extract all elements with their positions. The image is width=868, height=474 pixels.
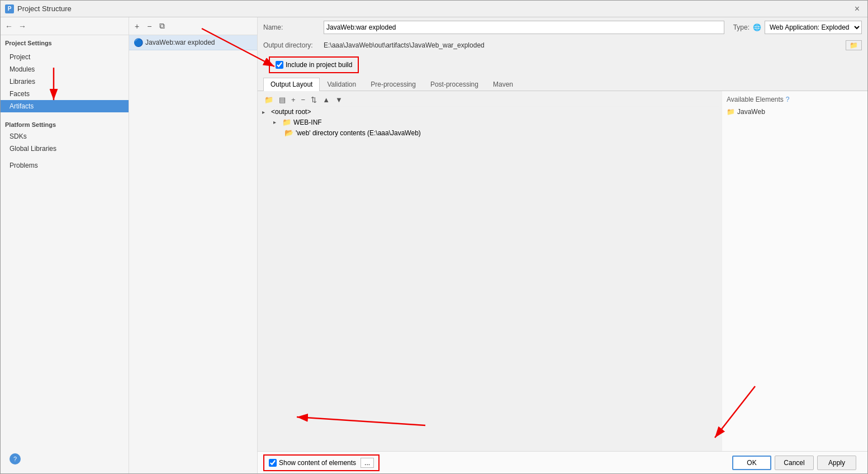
name-label: Name: [263,23,319,31]
type-select[interactable]: Web Application: Exploded [765,21,862,34]
available-folder-icon: 📁 [727,108,735,116]
include-build-wrapper: Include in project build [258,53,867,77]
project-structure-window: P Project Structure × ← → Project Settin… [0,0,868,474]
name-input[interactable] [324,21,724,34]
back-button[interactable]: ← [3,21,15,32]
project-settings-section: Project Modules Libraries Facets Artifac… [1,51,129,112]
title-bar: P Project Structure × [1,1,867,17]
apply-button[interactable]: Apply [817,456,856,470]
dots-button[interactable]: ... [361,458,374,468]
sidebar-nav-bar: ← → [1,17,129,35]
include-build-checkbox[interactable] [276,61,283,69]
close-button[interactable]: × [851,3,863,15]
folder-icon-webinf: 📁 [282,118,291,126]
tree-remove-btn[interactable]: − [299,94,308,105]
tree-add-btn[interactable]: + [289,94,298,105]
output-area: 📁 ▤ + − ⇅ ▲ ▼ ▸ <output root> ▸ [258,91,867,451]
output-dir-browse-button[interactable]: 📁 [846,40,862,50]
tab-maven[interactable]: Maven [486,78,520,91]
bottom-bar: Show content of elements ... OK Cancel A… [258,451,867,473]
type-icon: 🌐 [753,23,761,31]
window-title: Project Structure [17,4,72,13]
sidebar-item-facets[interactable]: Facets [1,88,129,100]
cancel-button[interactable]: Cancel [775,456,814,470]
tree-up-btn[interactable]: ▲ [320,94,332,105]
tab-pre-processing[interactable]: Pre-processing [363,78,423,91]
sidebar-item-sdks[interactable]: SDKs [1,130,129,143]
output-dir-value: E:\aaa\JavaWeb\out\artifacts\JavaWeb_war… [324,41,841,49]
tree-layout-btn[interactable]: ▤ [277,94,288,105]
type-label: Type: [733,23,750,31]
include-build-row: Include in project build [269,56,359,73]
tabs-bar: Output Layout Validation Pre-processing … [258,78,867,91]
sidebar-item-libraries[interactable]: Libraries [1,75,129,88]
tree-folder-btn[interactable]: 📁 [262,94,276,105]
output-dir-label: Output directory: [263,41,319,49]
expand-icon-webinf: ▸ [273,119,280,125]
help-button[interactable]: ? [10,453,21,464]
project-settings-label: Project Settings [1,35,129,49]
action-buttons: OK Cancel Apply [727,452,862,473]
artifact-item-javaweb[interactable]: 🔵 JavaWeb:war exploded [129,35,257,50]
sidebar-item-project[interactable]: Project [1,51,129,63]
artifact-icon: 🔵 [134,38,143,47]
output-tree: 📁 ▤ + − ⇅ ▲ ▼ ▸ <output root> ▸ [258,91,722,451]
name-row: Name: Type: 🌐 Web Application: Exploded [258,17,867,38]
add-artifact-button[interactable]: + [131,21,143,32]
include-build-label: Include in project build [286,61,352,69]
artifact-name: JavaWeb:war exploded [145,39,215,46]
platform-settings-label: Platform Settings [1,117,129,130]
sidebar: ← → Project Settings Project Modules Lib… [1,17,129,473]
folder-icon-webdir: 📂 [284,129,293,137]
artifacts-panel: + − ⧉ 🔵 JavaWeb:war exploded [129,17,258,473]
artifacts-toolbar: + − ⧉ [129,17,257,35]
available-item-label: JavaWeb [737,108,765,116]
show-content-checkbox[interactable] [269,459,277,467]
tab-output-layout[interactable]: Output Layout [263,78,320,91]
web-inf-label: WEB-INF [293,118,322,126]
expand-icon: ▸ [262,109,269,115]
show-content-label: Show content of elements [279,459,356,467]
app-icon: P [5,4,14,13]
available-item-javaweb[interactable]: 📁 JavaWeb [724,107,865,117]
sidebar-item-problems[interactable]: Problems [1,159,129,172]
copy-artifact-button[interactable]: ⧉ [156,20,168,32]
title-bar-left: P Project Structure [5,4,72,13]
remove-artifact-button[interactable]: − [144,21,155,32]
problems-section: Problems [1,159,129,172]
tree-down-btn[interactable]: ▼ [333,94,345,105]
tree-item-web-dir[interactable]: 📂 'web' directory contents (E:\aaa\JavaW… [260,127,719,138]
available-label: Available Elements [727,96,784,103]
tree-item-web-inf[interactable]: ▸ 📁 WEB-INF [260,117,719,127]
tab-post-processing[interactable]: Post-processing [423,78,486,91]
tab-validation[interactable]: Validation [320,78,363,91]
platform-settings-section: Platform Settings SDKs Global Libraries [1,117,129,155]
output-dir-row: Output directory: E:\aaa\JavaWeb\out\art… [258,38,867,53]
output-root-label: <output root> [271,108,311,116]
sidebar-item-modules[interactable]: Modules [1,63,129,75]
ok-button[interactable]: OK [732,456,771,470]
available-elements-panel: Available Elements ? 📁 JavaWeb [722,91,867,451]
content-area: ← → Project Settings Project Modules Lib… [1,17,867,473]
tree-toolbar: 📁 ▤ + − ⇅ ▲ ▼ [260,93,719,107]
sidebar-item-artifacts[interactable]: Artifacts [1,100,129,112]
show-content-wrap: Show content of elements ... [263,454,380,471]
sidebar-item-global-libraries[interactable]: Global Libraries [1,143,129,155]
forward-button[interactable]: → [16,21,29,32]
config-panel: Name: Type: 🌐 Web Application: Exploded … [258,17,867,473]
web-dir-label: 'web' directory contents (E:\aaa\JavaWeb… [296,129,421,137]
available-header: Available Elements ? [724,93,865,107]
available-help-icon: ? [786,96,790,103]
tree-sort-btn[interactable]: ⇅ [309,94,319,105]
tree-item-output-root[interactable]: ▸ <output root> [260,107,719,117]
